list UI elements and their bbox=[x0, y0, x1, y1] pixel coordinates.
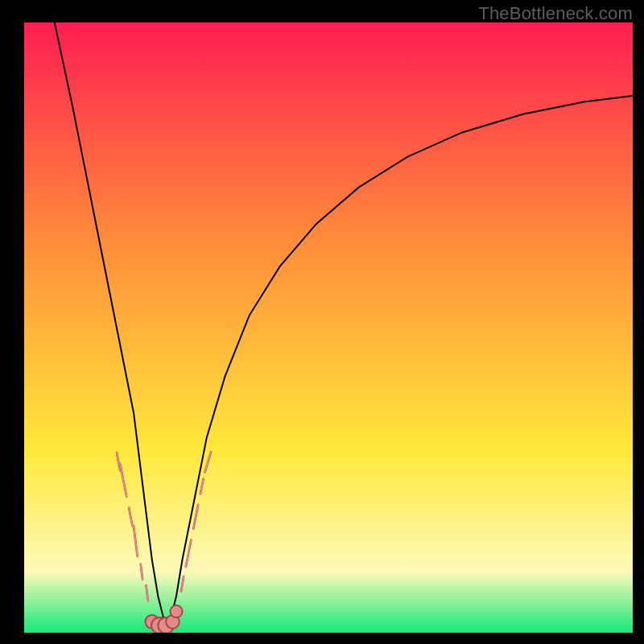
watermark-text: TheBottleneck.com bbox=[478, 3, 633, 24]
curve-marker bbox=[170, 605, 182, 617]
plot-frame bbox=[24, 23, 633, 633]
bottleneck-chart bbox=[24, 23, 633, 633]
gradient-background bbox=[24, 23, 633, 633]
